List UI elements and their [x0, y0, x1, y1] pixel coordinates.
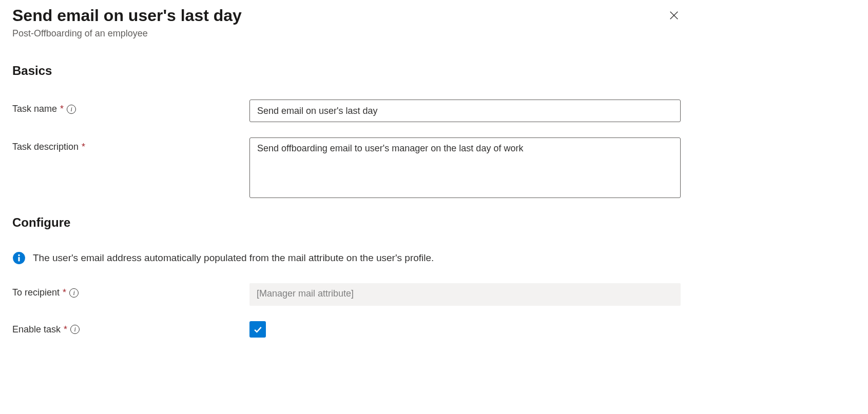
svg-point-3: [18, 254, 20, 256]
required-indicator: *: [64, 324, 67, 335]
info-icon[interactable]: i: [69, 288, 79, 298]
task-description-input[interactable]: [249, 137, 681, 198]
to-recipient-label: To recipient: [12, 287, 60, 298]
info-icon: [12, 251, 26, 265]
to-recipient-field: [Manager mail attribute]: [249, 283, 681, 306]
close-button[interactable]: [667, 8, 681, 23]
svg-rect-4: [18, 257, 20, 262]
task-name-label: Task name: [12, 104, 57, 114]
enable-task-label: Enable task: [12, 324, 61, 335]
required-indicator: *: [60, 104, 64, 114]
page-title: Send email on user's last day: [12, 6, 242, 25]
required-indicator: *: [63, 287, 66, 298]
basics-heading: Basics: [12, 64, 856, 78]
configure-heading: Configure: [12, 215, 856, 230]
info-message-text: The user's email address automatically p…: [33, 252, 434, 264]
task-name-input[interactable]: [249, 100, 681, 122]
check-icon: [253, 324, 263, 334]
enable-task-checkbox[interactable]: [249, 321, 266, 338]
info-icon[interactable]: i: [67, 105, 76, 114]
close-icon: [668, 10, 680, 21]
required-indicator: *: [82, 142, 85, 152]
task-description-label: Task description: [12, 142, 79, 152]
info-icon[interactable]: i: [70, 325, 80, 334]
page-subtitle: Post-Offboarding of an employee: [12, 28, 242, 39]
